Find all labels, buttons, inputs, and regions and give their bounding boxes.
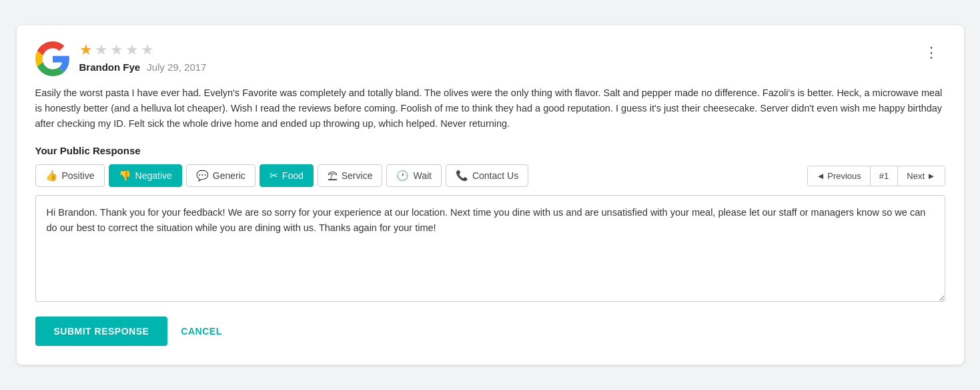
reviewer-name-date: Brandon Fye July 29, 2017 [79, 61, 207, 73]
wait-icon: 🕐 [396, 170, 409, 182]
toolbar-row: 👍 Positive 👎 Negative 💬 Generic ✂ Food ⛱ [35, 164, 945, 187]
more-options-icon[interactable]: ⋮ [919, 41, 945, 64]
response-textarea[interactable] [35, 195, 945, 302]
food-button[interactable]: ✂ Food [260, 164, 314, 187]
wait-button[interactable]: 🕐 Wait [386, 164, 441, 187]
generic-label: Generic [213, 170, 246, 181]
food-icon: ✂ [270, 170, 278, 182]
review-card: ★ ★ ★ ★ ★ Brandon Fye July 29, 2017 ⋮ Ea… [17, 25, 964, 365]
positive-label: Positive [62, 170, 95, 181]
previous-button[interactable]: ◄ Previous [808, 166, 871, 186]
thumbs-down-icon: 👎 [119, 170, 131, 182]
review-text: Easily the worst pasta I have ever had. … [35, 85, 945, 132]
page-number-label: #1 [879, 171, 889, 181]
next-button[interactable]: Next ► [898, 166, 944, 186]
reviewer-left: ★ ★ ★ ★ ★ Brandon Fye July 29, 2017 [35, 41, 207, 76]
previous-label: ◄ Previous [817, 171, 861, 181]
submit-response-button[interactable]: SUBMIT RESPONSE [35, 317, 168, 346]
negative-button[interactable]: 👎 Negative [109, 164, 182, 187]
food-label: Food [282, 170, 304, 181]
contact-us-button[interactable]: 📞 Contact Us [446, 164, 528, 187]
actions-row: SUBMIT RESPONSE CANCEL [35, 317, 945, 346]
thumbs-up-icon: 👍 [45, 170, 58, 182]
positive-button[interactable]: 👍 Positive [35, 164, 105, 187]
cancel-button[interactable]: CANCEL [181, 326, 221, 337]
next-label: Next ► [907, 171, 935, 181]
star-rating: ★ ★ ★ ★ ★ [79, 41, 207, 59]
review-header: ★ ★ ★ ★ ★ Brandon Fye July 29, 2017 ⋮ [35, 41, 945, 76]
wait-label: Wait [413, 170, 431, 181]
generic-icon: 💬 [196, 170, 209, 182]
google-logo [35, 41, 70, 76]
reviewer-name: Brandon Fye [79, 61, 141, 73]
star-2: ★ [95, 41, 108, 59]
star-1: ★ [79, 41, 93, 59]
reviewer-info: ★ ★ ★ ★ ★ Brandon Fye July 29, 2017 [79, 41, 207, 73]
star-3: ★ [110, 41, 123, 59]
service-label: Service [342, 170, 373, 181]
public-response-label: Your Public Response [35, 145, 945, 156]
star-5: ★ [141, 41, 154, 59]
reviewer-date: July 29, 2017 [147, 61, 206, 73]
star-4: ★ [125, 41, 139, 59]
phone-icon: 📞 [456, 170, 468, 182]
generic-button[interactable]: 💬 Generic [186, 164, 256, 187]
page-number-button[interactable]: #1 [871, 166, 898, 186]
contact-us-label: Contact Us [472, 170, 518, 181]
service-button[interactable]: ⛱ Service [318, 164, 383, 187]
template-buttons: 👍 Positive 👎 Negative 💬 Generic ✂ Food ⛱ [35, 164, 529, 187]
service-icon: ⛱ [328, 170, 338, 182]
negative-label: Negative [135, 170, 172, 181]
pagination-controls: ◄ Previous #1 Next ► [807, 166, 945, 186]
